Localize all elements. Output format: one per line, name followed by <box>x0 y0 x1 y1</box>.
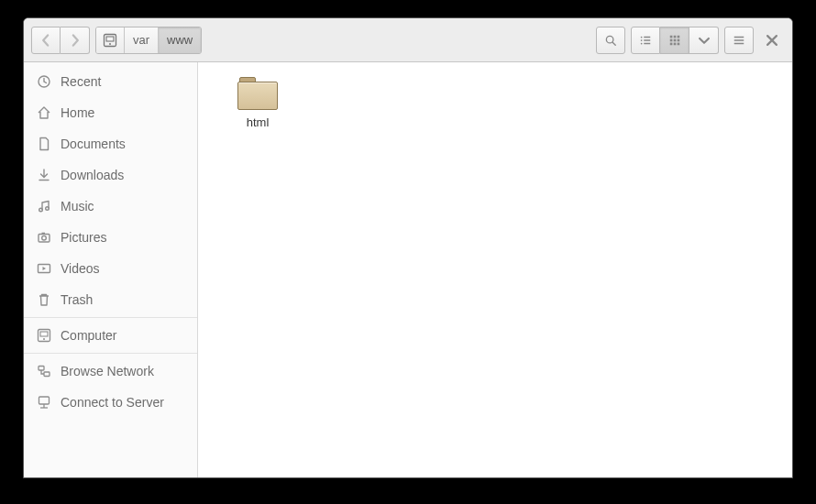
document-icon <box>37 137 51 151</box>
sidebar-item-music[interactable]: Music <box>24 191 197 222</box>
content-area: Recent Home Documents Downloads Music Pi… <box>24 62 792 477</box>
nav-buttons <box>31 27 90 54</box>
forward-button[interactable] <box>61 27 90 54</box>
sidebar-item-label: Documents <box>61 137 126 151</box>
sidebar-item-label: Trash <box>61 292 93 307</box>
sidebar-item-label: Browse Network <box>61 364 154 378</box>
svg-point-27 <box>42 236 47 240</box>
file-pane[interactable]: html <box>198 62 792 477</box>
sidebar-item-label: Recent <box>61 74 101 89</box>
close-icon <box>766 34 778 47</box>
search-icon <box>604 34 617 47</box>
view-options-button[interactable] <box>689 27 719 54</box>
path-bar: var www <box>95 27 202 54</box>
path-segment-www[interactable]: www <box>159 27 201 53</box>
list-icon <box>639 34 652 47</box>
sidebar-item-label: Downloads <box>61 168 124 182</box>
sidebar-item-label: Computer <box>61 328 116 343</box>
sidebar-item-label: Connect to Server <box>61 395 164 410</box>
svg-rect-11 <box>669 35 672 38</box>
svg-point-7 <box>641 39 643 41</box>
svg-rect-17 <box>669 42 672 45</box>
grid-icon <box>668 34 681 47</box>
svg-rect-15 <box>673 38 676 41</box>
path-segment-var[interactable]: var <box>125 27 159 53</box>
chevron-right-icon <box>69 34 82 47</box>
sidebar-item-label: Music <box>61 199 94 214</box>
sidebar-item-connect-to-server[interactable]: Connect to Server <box>24 387 197 418</box>
music-icon <box>37 199 51 214</box>
video-icon <box>37 261 51 276</box>
sidebar-item-downloads[interactable]: Downloads <box>24 159 197 191</box>
sidebar-separator <box>24 317 197 318</box>
chevron-left-icon <box>39 34 52 47</box>
server-icon <box>37 395 51 410</box>
sidebar-item-pictures[interactable]: Pictures <box>24 222 197 253</box>
path-segment-root[interactable] <box>96 27 125 53</box>
folder-icon <box>237 77 278 110</box>
svg-rect-13 <box>677 35 679 38</box>
sidebar-separator <box>24 353 197 354</box>
svg-rect-28 <box>42 233 46 235</box>
svg-rect-35 <box>39 397 50 404</box>
trash-icon <box>37 292 51 307</box>
svg-rect-34 <box>44 372 50 377</box>
sidebar-item-label: Videos <box>61 261 100 276</box>
close-button[interactable] <box>759 27 785 54</box>
sidebar-item-documents[interactable]: Documents <box>24 128 197 159</box>
grid-view-button[interactable] <box>660 27 689 54</box>
clock-icon <box>37 74 51 89</box>
svg-point-24 <box>39 208 43 212</box>
sidebar-item-label: Pictures <box>61 230 107 245</box>
svg-rect-12 <box>673 35 676 38</box>
sidebar-item-home[interactable]: Home <box>24 97 197 128</box>
view-buttons <box>631 27 719 54</box>
download-icon <box>37 168 51 182</box>
file-manager-window: var www <box>23 17 793 478</box>
sidebar-item-videos[interactable]: Videos <box>24 253 197 284</box>
svg-point-25 <box>46 207 50 211</box>
svg-rect-19 <box>677 42 679 45</box>
svg-line-4 <box>612 42 615 45</box>
svg-point-5 <box>641 36 643 38</box>
search-button-group <box>596 27 625 54</box>
sidebar-item-trash[interactable]: Trash <box>24 284 197 315</box>
svg-rect-33 <box>39 367 44 371</box>
sidebar-item-browse-network[interactable]: Browse Network <box>24 356 197 387</box>
svg-point-9 <box>641 42 643 44</box>
chevron-down-icon <box>698 34 711 47</box>
home-icon <box>37 105 51 120</box>
back-button[interactable] <box>31 27 61 54</box>
computer-icon <box>37 328 51 343</box>
folder-item-html[interactable]: html <box>216 75 299 129</box>
svg-point-32 <box>43 338 45 340</box>
toolbar: var www <box>24 18 792 62</box>
svg-rect-1 <box>106 37 114 41</box>
network-icon <box>37 364 51 378</box>
path-label: www <box>167 33 193 47</box>
sidebar-item-recent[interactable]: Recent <box>24 66 197 97</box>
path-label: var <box>133 33 149 47</box>
hamburger-menu-button[interactable] <box>724 27 754 54</box>
svg-rect-16 <box>677 38 679 41</box>
svg-rect-31 <box>40 332 48 336</box>
list-view-button[interactable] <box>631 27 660 54</box>
sidebar-item-label: Home <box>61 105 94 120</box>
search-button[interactable] <box>596 27 625 54</box>
svg-rect-18 <box>673 42 676 45</box>
drive-icon <box>103 33 117 48</box>
svg-point-2 <box>109 43 111 45</box>
menu-button-group <box>724 27 754 54</box>
sidebar: Recent Home Documents Downloads Music Pi… <box>24 62 198 477</box>
sidebar-item-computer[interactable]: Computer <box>24 320 197 351</box>
svg-rect-14 <box>669 38 672 41</box>
file-label: html <box>247 115 270 129</box>
hamburger-icon <box>733 34 745 47</box>
camera-icon <box>37 230 51 245</box>
